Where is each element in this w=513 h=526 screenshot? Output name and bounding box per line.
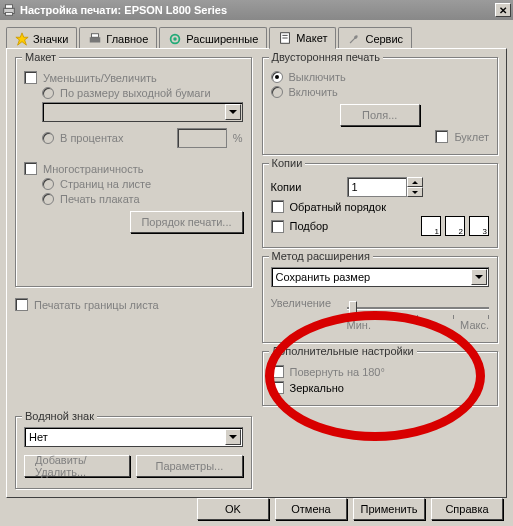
chevron-down-icon[interactable] [471, 269, 487, 285]
dropdown-watermark[interactable]: Нет [24, 427, 243, 447]
checkbox-reverse[interactable] [271, 200, 284, 213]
slider-enlarge [347, 299, 490, 319]
label-reverse: Обратный порядок [290, 201, 386, 213]
printer-icon [2, 3, 16, 17]
legend-duplex: Двусторонняя печать [269, 51, 383, 63]
dropdown-expand-method[interactable]: Сохранить размер [271, 267, 490, 287]
label-percent: В процентах [60, 132, 124, 144]
label-duplex-off: Выключить [289, 71, 346, 83]
dialog-buttons: OK Отмена Применить Справка [197, 498, 503, 520]
tab-label: Значки [33, 33, 68, 45]
label-print-borders: Печатать границы листа [34, 299, 159, 311]
spin-up[interactable] [407, 177, 423, 187]
label-reduce-enlarge: Уменьшить/Увеличить [43, 72, 157, 84]
label-booklet: Буклет [454, 131, 489, 143]
legend-layout: Макет [22, 51, 59, 63]
group-watermark: Водяной знак Нет Добавить/Удалить... Пар… [15, 416, 252, 489]
main-panel: Макет Уменьшить/Увеличить По размеру вых… [6, 48, 507, 498]
wrench-icon [347, 32, 361, 46]
svg-point-7 [174, 37, 178, 41]
svg-rect-2 [6, 13, 13, 16]
label-multipage: Многостраничность [43, 163, 143, 175]
page-preview-icon [445, 216, 465, 236]
chevron-down-icon [225, 104, 241, 120]
radio-percent [42, 132, 54, 144]
page-icon [278, 31, 292, 45]
legend-watermark: Водяной знак [22, 410, 97, 422]
tab-label: Макет [296, 32, 327, 44]
spin-down[interactable] [407, 187, 423, 197]
group-layout: Макет Уменьшить/Увеличить По размеру вых… [15, 57, 252, 287]
label-mirror: Зеркально [290, 382, 344, 394]
svg-rect-1 [6, 5, 13, 9]
radio-poster [42, 193, 54, 205]
group-duplex: Двусторонняя печать Выключить Включить П… [262, 57, 499, 155]
checkbox-reduce-enlarge[interactable] [24, 71, 37, 84]
legend-extra: Дополнительные настройки [269, 345, 417, 357]
gear-icon [168, 32, 182, 46]
checkbox-print-borders[interactable] [15, 298, 28, 311]
checkbox-booklet[interactable] [435, 130, 448, 143]
label-duplex-on: Включить [289, 86, 338, 98]
legend-expand: Метод расширения [269, 250, 373, 262]
chevron-down-icon[interactable] [225, 429, 241, 445]
label-max: Макс. [460, 319, 489, 331]
tab-bar: Значки Главное Расширенные Макет Сервис [6, 26, 507, 48]
label-min: Мин. [347, 319, 371, 331]
help-button[interactable]: Справка [431, 498, 503, 520]
button-print-order: Порядок печати... [130, 211, 242, 233]
cancel-button[interactable]: Отмена [275, 498, 347, 520]
button-margins: Поля... [340, 104, 420, 126]
dropdown-value: Сохранить размер [276, 271, 371, 283]
window-title: Настройка печати: EPSON L800 Series [20, 4, 495, 16]
star-icon [15, 32, 29, 46]
tab-main[interactable]: Главное [79, 27, 157, 49]
legend-copies: Копии [269, 157, 306, 169]
radio-fit-output [42, 87, 54, 99]
tab-label: Главное [106, 33, 148, 45]
tab-service[interactable]: Сервис [338, 27, 412, 49]
button-params: Параметры... [136, 455, 242, 477]
tab-label: Расширенные [186, 33, 258, 45]
tab-label: Сервис [365, 33, 403, 45]
input-percent [177, 128, 227, 148]
titlebar: Настройка печати: EPSON L800 Series ✕ [0, 0, 513, 20]
radio-duplex-on [271, 86, 283, 98]
radio-pages-sheet [42, 178, 54, 190]
group-copies: Копии Копии 1 Обратный порядок Подбор [262, 163, 499, 248]
checkbox-mirror[interactable] [271, 381, 284, 394]
label-pages-sheet: Страниц на листе [60, 178, 151, 190]
ok-button[interactable]: OK [197, 498, 269, 520]
checkbox-collate[interactable] [271, 220, 284, 233]
label-rotate: Повернуть на 180° [290, 366, 385, 378]
tab-icons[interactable]: Значки [6, 27, 77, 49]
label-collate: Подбор [290, 220, 329, 232]
checkbox-multipage[interactable] [24, 162, 37, 175]
spinner-copies[interactable]: 1 [347, 177, 423, 197]
group-expand-method: Метод расширения Сохранить размер Увелич… [262, 256, 499, 343]
group-extra: Дополнительные настройки Повернуть на 18… [262, 351, 499, 406]
copies-value: 1 [352, 181, 358, 193]
svg-rect-5 [92, 33, 99, 37]
tab-advanced[interactable]: Расширенные [159, 27, 267, 49]
label-enlarge: Увеличение [271, 297, 341, 309]
checkbox-rotate[interactable] [271, 365, 284, 378]
label-poster: Печать плаката [60, 193, 140, 205]
page-preview-icon [469, 216, 489, 236]
label-percent-suffix: % [233, 132, 243, 144]
close-button[interactable]: ✕ [495, 3, 511, 17]
printer-icon [88, 32, 102, 46]
label-fit-output: По размеру выходной бумаги [60, 87, 211, 99]
svg-marker-3 [16, 32, 28, 44]
collate-preview [421, 216, 489, 236]
radio-duplex-off[interactable] [271, 71, 283, 83]
apply-button[interactable]: Применить [353, 498, 425, 520]
svg-rect-4 [90, 37, 101, 42]
dropdown-value: Нет [29, 431, 48, 443]
button-add-remove: Добавить/Удалить... [24, 455, 130, 477]
page-preview-icon [421, 216, 441, 236]
tab-layout[interactable]: Макет [269, 27, 336, 49]
dropdown-paper-size [42, 102, 243, 122]
label-copies: Копии [271, 181, 341, 193]
